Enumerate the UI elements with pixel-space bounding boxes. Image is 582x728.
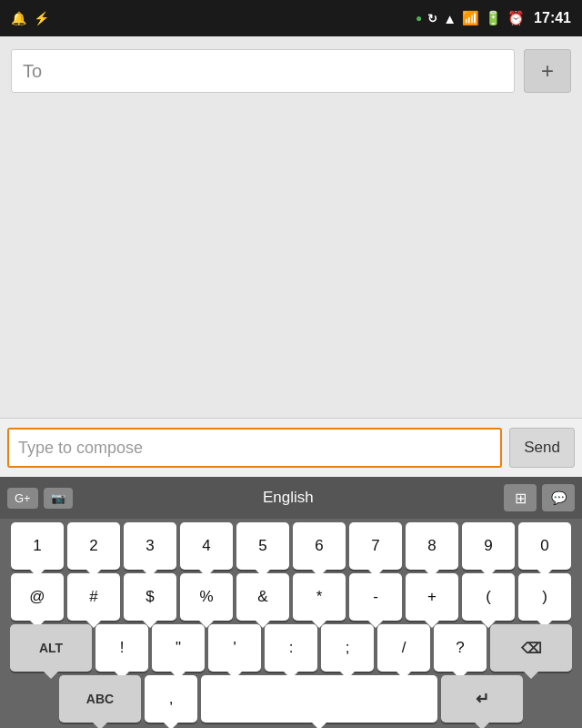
camera-icon: 📷 bbox=[51, 491, 65, 505]
to-field[interactable]: To bbox=[11, 49, 515, 93]
compose-row: Type to compose Send bbox=[0, 418, 582, 477]
key-9[interactable]: 9 bbox=[462, 522, 515, 570]
grid-button[interactable]: ⊞ bbox=[504, 484, 537, 511]
key-question[interactable]: ? bbox=[434, 624, 487, 672]
send-button[interactable]: Send bbox=[509, 428, 575, 468]
usb-icon: ⚡ bbox=[34, 11, 49, 25]
to-row: To + bbox=[0, 36, 582, 106]
key-1[interactable]: 1 bbox=[11, 522, 64, 570]
key-6[interactable]: 6 bbox=[293, 522, 346, 570]
key-asterisk[interactable]: * bbox=[293, 573, 346, 621]
key-open-paren[interactable]: ( bbox=[462, 573, 515, 621]
key-backspace[interactable]: ⌫ bbox=[490, 624, 572, 672]
keyboard-toolbar: G+ 📷 English ⊞ 💬 bbox=[0, 477, 582, 519]
battery-icon: 🔋 bbox=[485, 10, 502, 26]
key-hash[interactable]: # bbox=[67, 573, 120, 621]
key-4[interactable]: 4 bbox=[180, 522, 233, 570]
key-0[interactable]: 0 bbox=[518, 522, 571, 570]
compose-placeholder: Type to compose bbox=[18, 439, 143, 458]
message-area bbox=[0, 106, 582, 418]
key-5[interactable]: 5 bbox=[236, 522, 289, 570]
key-percent[interactable]: % bbox=[180, 573, 233, 621]
key-close-paren[interactable]: ) bbox=[518, 573, 571, 621]
signal-icon: 📶 bbox=[462, 10, 479, 26]
gplus-label: G+ bbox=[15, 491, 31, 505]
key-abc[interactable]: ABC bbox=[59, 675, 141, 723]
alarm-icon: ⏰ bbox=[507, 10, 525, 26]
keyboard-row-bottom: ABC , ↵ bbox=[4, 675, 578, 723]
key-at[interactable]: @ bbox=[11, 573, 64, 621]
key-ampersand[interactable]: & bbox=[236, 573, 289, 621]
speech-button[interactable]: 💬 bbox=[542, 484, 575, 511]
speech-icon: 💬 bbox=[551, 490, 567, 505]
camera-button[interactable]: 📷 bbox=[44, 488, 73, 509]
key-dquote[interactable]: " bbox=[152, 624, 205, 672]
key-minus[interactable]: - bbox=[349, 573, 402, 621]
key-colon[interactable]: : bbox=[265, 624, 317, 672]
key-plus[interactable]: + bbox=[406, 573, 458, 621]
to-label: To bbox=[23, 61, 42, 82]
keyboard-row-numbers: 1 2 3 4 5 6 7 8 9 0 bbox=[4, 522, 578, 570]
add-icon: + bbox=[541, 58, 554, 84]
keyboard-row-symbols: @ # $ % & * - + ( ) bbox=[4, 573, 578, 621]
language-label: English bbox=[78, 489, 498, 507]
key-8[interactable]: 8 bbox=[406, 522, 458, 570]
compose-input[interactable]: Type to compose bbox=[7, 428, 502, 468]
gplus-button[interactable]: G+ bbox=[7, 488, 38, 509]
add-contact-button[interactable]: + bbox=[524, 49, 571, 93]
key-dollar[interactable]: $ bbox=[124, 573, 176, 621]
key-3[interactable]: 3 bbox=[124, 522, 176, 570]
key-2[interactable]: 2 bbox=[67, 522, 120, 570]
keyboard-row-alt: ALT ! " ' : ; / ? ⌫ bbox=[4, 624, 578, 672]
key-space[interactable] bbox=[201, 675, 437, 723]
key-quote[interactable]: ' bbox=[208, 624, 261, 672]
notification-icon: 🔔 bbox=[11, 11, 26, 25]
key-7[interactable]: 7 bbox=[349, 522, 402, 570]
key-exclaim[interactable]: ! bbox=[95, 624, 148, 672]
send-label: Send bbox=[524, 439, 560, 457]
status-bar: 🔔 ⚡ ● ↻ ▲ 📶 🔋 ⏰ 17:41 bbox=[0, 0, 582, 36]
green-dot-icon: ● bbox=[416, 12, 422, 25]
wifi-icon: ▲ bbox=[443, 11, 457, 26]
grid-icon: ⊞ bbox=[515, 490, 527, 507]
key-enter[interactable]: ↵ bbox=[441, 675, 523, 723]
status-time: 17:41 bbox=[534, 10, 571, 26]
key-semicolon[interactable]: ; bbox=[321, 624, 374, 672]
key-comma[interactable]: , bbox=[145, 675, 197, 723]
key-slash[interactable]: / bbox=[377, 624, 430, 672]
key-alt[interactable]: ALT bbox=[10, 624, 92, 672]
keyboard: 1 2 3 4 5 6 7 8 9 0 @ # $ % & * - + ( ) … bbox=[0, 519, 582, 728]
main-content: To + Type to compose Send G+ 📷 English ⊞… bbox=[0, 36, 582, 728]
sync-icon: ↻ bbox=[427, 12, 437, 25]
